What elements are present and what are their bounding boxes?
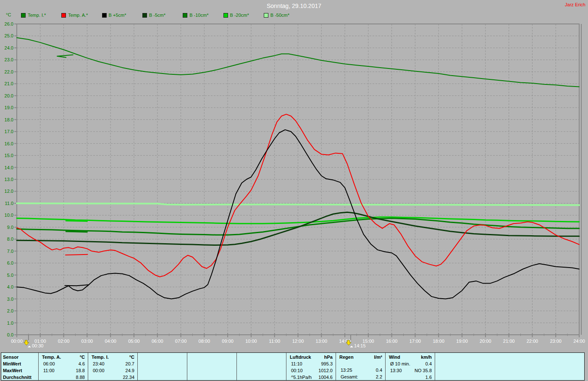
x-axis-label: 09:00 xyxy=(222,339,234,344)
stats-group-tempa: Temp. A.°C06:004.611:0018.88.88 xyxy=(39,353,88,380)
stats-row-header-min: MinWert xyxy=(3,360,38,367)
y-axis-label: 1.0 xyxy=(7,321,13,326)
page-title: Sonntag, 29.10.2017 xyxy=(0,3,588,9)
stats-cell-row: ^5.1hPa/h1004.6 xyxy=(286,374,336,381)
stats-group-wind: Windkm/hØ 10 min.0.413:30NO 35.81.6 xyxy=(386,353,435,380)
legend-item-b-20cm[interactable]: B -20cm* xyxy=(223,13,249,18)
y-axis-label: 0.0 xyxy=(7,332,13,337)
plot-background[interactable] xyxy=(17,24,579,335)
stats-cell-row: Ø 10 min.0.4 xyxy=(386,360,435,367)
legend-item-b-10cm[interactable]: B -10cm* xyxy=(183,13,208,18)
x-axis-label: 19:00 xyxy=(456,339,468,344)
x-axis-label: 03:00 xyxy=(81,339,93,344)
x-axis-label: 21:00 xyxy=(503,339,515,344)
y-axis-label: 14.0 xyxy=(5,165,13,170)
dst-artifact-b-10cm xyxy=(66,231,87,232)
time-marker-label: 00:30 xyxy=(32,343,44,348)
x-axis-label: 04:00 xyxy=(105,339,116,344)
y-axis-label: 22.0 xyxy=(5,69,13,74)
legend-item-tempa[interactable]: Temp. A.* xyxy=(61,13,88,18)
y-axis-label: 8.0 xyxy=(7,236,13,242)
stats-group-empty-3 xyxy=(187,353,237,380)
legend-item-tempi[interactable]: Temp. I.* xyxy=(21,13,46,18)
y-axis-label: 3.0 xyxy=(7,297,13,302)
y-axis-label: 4.0 xyxy=(7,284,13,289)
stats-group-header xyxy=(237,354,286,360)
stats-cell-row: 13:30NO 35.8 xyxy=(386,367,435,374)
stats-group-empty-2 xyxy=(138,353,187,380)
y-axis-label: 12.0 xyxy=(5,189,13,194)
y-axis-label: 19.0 xyxy=(5,105,13,110)
stats-cell-row: 22.34 xyxy=(88,374,137,381)
stats-cell-row xyxy=(237,367,286,374)
y-axis-label: 18.0 xyxy=(5,117,13,122)
legend-item-label: B -5cm* xyxy=(149,13,165,18)
dst-artifact-b-20cm xyxy=(66,221,87,221)
stats-empty-area xyxy=(435,353,584,380)
x-axis-label: 24:00 xyxy=(573,339,585,344)
x-axis-label: 23:00 xyxy=(550,339,562,344)
stats-row-header-max: MaxWert xyxy=(3,367,38,374)
stats-cell-row: Gesamt:2.2 xyxy=(336,373,385,380)
legend-swatch-icon xyxy=(61,13,66,18)
stats-group-header xyxy=(138,354,187,360)
stats-group-header: LuftdruckhPa xyxy=(286,354,336,360)
x-axis-label: 08:00 xyxy=(199,339,210,344)
y-axis-label: 24.0 xyxy=(5,45,13,50)
x-axis-label: 11:00 xyxy=(269,339,280,344)
x-axis-label: 17:00 xyxy=(410,339,421,344)
legend-swatch-icon xyxy=(102,13,107,18)
stats-group-tempi: Temp. I.°C23:4020.700:0024.922.34 xyxy=(88,353,138,380)
chart-plot-area[interactable]: 0.01.02.03.04.05.06.07.08.09.010.011.012… xyxy=(0,0,588,352)
stats-cell-row: 8.88 xyxy=(39,374,88,381)
stats-group-header: Temp. I.°C xyxy=(88,354,137,360)
legend-item-label: Temp. I.* xyxy=(28,13,46,18)
stats-cell-row xyxy=(237,360,286,367)
y-axis-label: 2.0 xyxy=(7,308,13,313)
stats-cell-row xyxy=(138,367,187,374)
stats-cell-row xyxy=(187,367,236,374)
legend-swatch-icon xyxy=(21,13,26,18)
y-axis-label: 11.0 xyxy=(5,201,13,206)
legend-item-label: B -10cm* xyxy=(189,13,208,18)
y-axis-label: 15.0 xyxy=(5,153,13,158)
x-axis-label: 02:00 xyxy=(58,339,70,344)
time-marker-label: 14:15 xyxy=(354,343,366,348)
stats-group-luftdruck: LuftdruckhPa11:10995.300:101012.0^5.1hPa… xyxy=(286,353,336,380)
stats-cell-row xyxy=(138,360,187,367)
legend-swatch-icon xyxy=(142,13,147,18)
x-axis-label: 05:00 xyxy=(128,339,140,344)
time-marker-icon-accent xyxy=(28,346,31,347)
stats-group-regen: Regenl/m²13:250.4Gesamt:2.2 xyxy=(336,353,386,380)
stats-groups: Temp. A.°C06:004.611:0018.88.88Temp. I.°… xyxy=(39,353,584,380)
stats-cell-row: 00:101012.0 xyxy=(286,367,336,374)
stats-cell-row: 00:0024.9 xyxy=(88,367,137,374)
y-axis-label: 23.0 xyxy=(5,57,13,62)
x-axis-label: 20:00 xyxy=(480,339,491,344)
legend-item-label: B +5cm* xyxy=(109,13,126,18)
stats-cell-row xyxy=(187,373,236,380)
legend-item-label: B -50cm* xyxy=(270,13,289,18)
legend-swatch-icon xyxy=(223,13,228,18)
stats-group-empty-4 xyxy=(237,353,286,380)
legend-item-label: Temp. A.* xyxy=(68,13,88,18)
x-axis-label: 13:00 xyxy=(316,339,328,344)
legend-item-b-50cm[interactable]: B -50cm* xyxy=(264,13,289,18)
stats-cell-row: 1.6 xyxy=(386,374,435,381)
legend-item-b+5cm[interactable]: B +5cm* xyxy=(102,13,126,18)
x-axis-label: 22:00 xyxy=(527,339,538,344)
legend-swatch-icon xyxy=(264,13,268,18)
x-axis-label: 10:00 xyxy=(245,339,257,344)
stats-panel: Sensor MinWert MaxWert Durchschnitt Temp… xyxy=(1,352,585,381)
time-marker-icon xyxy=(24,340,29,345)
y-axis-label: 21.0 xyxy=(5,81,13,86)
legend-swatch-icon xyxy=(183,13,187,18)
x-axis-label: 16:00 xyxy=(386,339,398,344)
stats-row-headers: Sensor MinWert MaxWert Durchschnitt xyxy=(1,353,39,380)
stats-cell-row: 11:10995.3 xyxy=(286,360,336,367)
stats-group-header: Regenl/m² xyxy=(336,354,385,360)
y-axis-label: 16.0 xyxy=(5,141,13,146)
legend-item-b-5cm[interactable]: B -5cm* xyxy=(142,13,165,18)
x-axis-label: 07:00 xyxy=(175,339,187,344)
y-axis-label: 13.0 xyxy=(5,177,13,182)
